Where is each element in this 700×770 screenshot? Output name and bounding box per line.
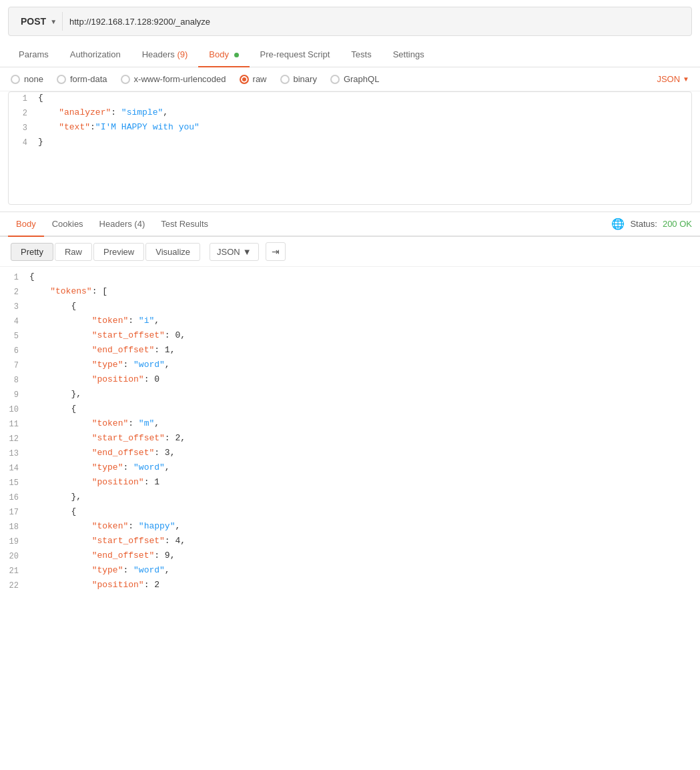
format-btn-visualize[interactable]: Visualize — [145, 243, 200, 261]
resp-line-3: 3 { — [0, 300, 700, 315]
url-bar: POST ▼ — [8, 7, 692, 36]
resp-line-4: 4 "token": "i", — [0, 315, 700, 330]
radio-circle-urlencoded — [121, 75, 130, 84]
request-tabs-bar: Params Authorization Headers (9) Body Pr… — [0, 43, 700, 67]
radio-binary[interactable]: binary — [280, 74, 317, 84]
status-area: 🌐 Status: 200 OK — [611, 218, 692, 230]
resp-line-14: 14 "type": "word", — [0, 462, 700, 476]
format-btn-preview[interactable]: Preview — [93, 243, 144, 261]
method-chevron-icon: ▼ — [50, 18, 57, 25]
tab-pre-request[interactable]: Pre-request Script — [250, 43, 341, 67]
resp-line-22: 22 "position": 2 — [0, 579, 700, 594]
resp-line-21: 21 "type": "word", — [0, 564, 700, 579]
format-bar: Pretty Raw Preview Visualize JSON ▼ ⇥ — [0, 237, 700, 267]
format-btn-raw[interactable]: Raw — [55, 243, 92, 261]
response-body: 1 { 2 "tokens": [ 3 { 4 "token": "i", 5 … — [0, 267, 700, 598]
resp-line-9: 9 }, — [0, 388, 700, 403]
tab-headers[interactable]: Headers (9) — [131, 43, 199, 67]
resp-line-7: 7 "type": "word", — [0, 359, 700, 374]
radio-circle-raw — [240, 75, 249, 84]
response-tab-headers[interactable]: Headers (4) — [91, 212, 153, 237]
body-type-row: none form-data x-www-form-urlencoded raw… — [0, 67, 700, 91]
resp-line-18: 18 "token": "happy", — [0, 520, 700, 535]
resp-line-15: 15 "position": 1 — [0, 476, 700, 491]
resp-line-10: 10 { — [0, 403, 700, 418]
tab-authorization[interactable]: Authorization — [59, 43, 131, 67]
status-value: 200 OK — [663, 219, 692, 229]
radio-circle-graphql — [330, 75, 340, 84]
resp-line-17: 17 { — [0, 506, 700, 520]
response-tab-test-results[interactable]: Test Results — [153, 212, 216, 237]
tab-body[interactable]: Body — [198, 43, 249, 67]
response-tabs-bar: Body Cookies Headers (4) Test Results 🌐 … — [0, 212, 700, 237]
response-tab-cookies[interactable]: Cookies — [44, 212, 91, 237]
radio-graphql[interactable]: GraphQL — [330, 74, 379, 84]
request-code-editor[interactable]: 1 { 2 "analyzer": "simple", 3 "text":"I'… — [8, 91, 692, 205]
radio-raw[interactable]: raw — [240, 74, 267, 84]
response-section: Body Cookies Headers (4) Test Results 🌐 … — [0, 212, 700, 598]
resp-line-6: 6 "end_offset": 1, — [0, 344, 700, 359]
globe-icon: 🌐 — [611, 218, 625, 230]
tab-params[interactable]: Params — [8, 43, 59, 67]
resp-line-13: 13 "end_offset": 3, — [0, 447, 700, 462]
radio-urlencoded[interactable]: x-www-form-urlencoded — [121, 74, 226, 84]
resp-line-1: 1 { — [0, 271, 700, 286]
resp-line-11: 11 "token": "m", — [0, 418, 700, 432]
radio-circle-binary — [280, 75, 290, 84]
format-btn-pretty[interactable]: Pretty — [11, 243, 53, 261]
code-line-2: 2 "analyzer": "simple", — [9, 107, 691, 121]
resp-line-20: 20 "end_offset": 9, — [0, 550, 700, 564]
json-selector-chevron-icon: ▼ — [683, 75, 689, 83]
resp-line-8: 8 "position": 0 — [0, 374, 700, 388]
response-json-chevron-icon: ▼ — [243, 247, 252, 257]
radio-circle-none — [11, 75, 20, 84]
code-line-4: 4 } — [9, 136, 691, 151]
tab-tests[interactable]: Tests — [340, 43, 382, 67]
method-label: POST — [21, 16, 46, 27]
url-input[interactable] — [69, 17, 685, 27]
resp-line-16: 16 }, — [0, 491, 700, 506]
tab-settings[interactable]: Settings — [382, 43, 435, 67]
resp-line-5: 5 "start_offset": 0, — [0, 330, 700, 344]
status-label: Status: — [630, 219, 657, 229]
code-line-1: 1 { — [9, 92, 691, 107]
json-type-selector[interactable]: JSON ▼ — [657, 74, 689, 84]
radio-circle-form-data — [57, 75, 66, 84]
wrap-lines-button[interactable]: ⇥ — [266, 242, 286, 261]
code-line-3: 3 "text":"I'M HAPPY with you" — [9, 121, 691, 136]
response-tab-body[interactable]: Body — [8, 212, 44, 237]
response-json-selector[interactable]: JSON ▼ — [210, 243, 259, 261]
method-selector[interactable]: POST ▼ — [15, 12, 63, 31]
radio-form-data[interactable]: form-data — [57, 74, 107, 84]
radio-none[interactable]: none — [11, 74, 43, 84]
resp-line-19: 19 "start_offset": 4, — [0, 535, 700, 550]
resp-line-2: 2 "tokens": [ — [0, 286, 700, 300]
resp-line-12: 12 "start_offset": 2, — [0, 432, 700, 447]
